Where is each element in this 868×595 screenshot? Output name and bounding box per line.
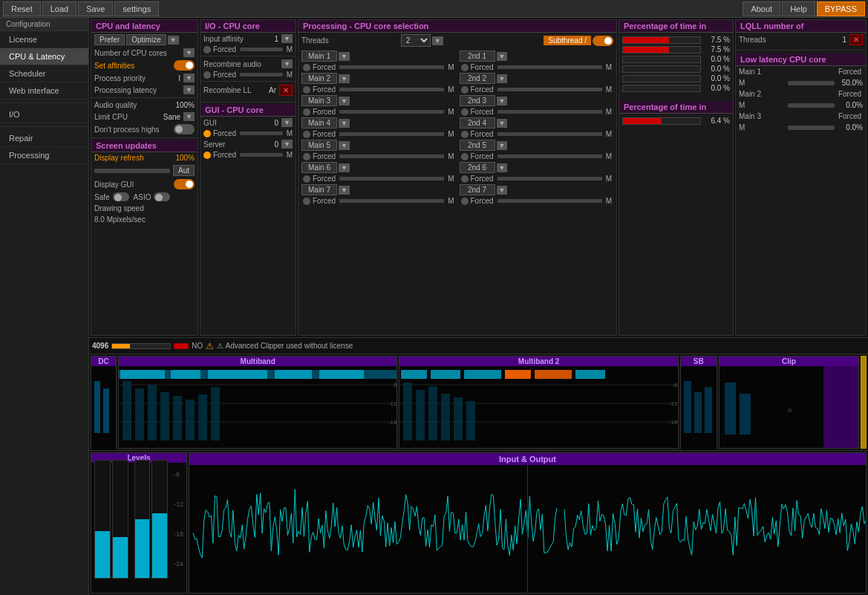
status-num: 4096 bbox=[92, 342, 108, 350]
forced-slider-2[interactable] bbox=[240, 73, 283, 77]
clip-title: Clip bbox=[719, 357, 858, 366]
bypass-button[interactable]: BYPASS bbox=[817, 1, 865, 16]
refresh-slider[interactable] bbox=[94, 169, 170, 173]
io-divider-2 bbox=[200, 81, 296, 82]
main1-btn[interactable]: Main 1 bbox=[301, 51, 337, 62]
main5-slider[interactable] bbox=[339, 155, 444, 158]
main7-forced-label: Forced bbox=[313, 197, 336, 205]
main2-dropdown[interactable]: ▼ bbox=[339, 74, 350, 83]
svg-rect-35 bbox=[416, 390, 425, 440]
sidebar-item-repair[interactable]: Repair bbox=[0, 130, 88, 147]
2nd1-forced: Forced M bbox=[458, 62, 616, 72]
2nd3-slider[interactable] bbox=[497, 110, 602, 114]
lqll-core-2-slider[interactable] bbox=[788, 103, 835, 108]
about-button[interactable]: About bbox=[743, 1, 780, 16]
lqll-core-1-slider[interactable] bbox=[788, 81, 835, 85]
sidebar-item-scheduler[interactable]: Scheduler bbox=[0, 65, 88, 82]
safe-toggle[interactable] bbox=[113, 192, 129, 201]
optimize-dropdown-arrow[interactable]: ▼ bbox=[168, 36, 179, 45]
2nd5-slider[interactable] bbox=[497, 155, 602, 158]
sidebar-item-io[interactable]: I/O bbox=[0, 106, 88, 123]
recombine-ll-x[interactable]: ✕ bbox=[279, 85, 293, 96]
main4-slider[interactable] bbox=[339, 132, 444, 136]
main6-slider[interactable] bbox=[339, 177, 444, 181]
display-refresh-mode-btn[interactable]: Aut bbox=[173, 165, 195, 176]
2nd2-dropdown[interactable]: ▼ bbox=[497, 74, 508, 83]
2nd1-slider[interactable] bbox=[497, 65, 602, 69]
set-affinities-toggle[interactable] bbox=[174, 60, 195, 71]
2nd4-slider[interactable] bbox=[497, 132, 602, 136]
main5-dropdown[interactable]: ▼ bbox=[339, 141, 350, 150]
process-priority-dropdown[interactable]: ▼ bbox=[183, 74, 195, 82]
main3-slider[interactable] bbox=[339, 110, 444, 114]
lqll-core-3-slider[interactable] bbox=[788, 126, 835, 130]
load-button[interactable]: Load bbox=[42, 1, 76, 16]
sidebar-item-web-interface[interactable]: Web interface bbox=[0, 82, 88, 100]
sidebar: Configuration License CPU & Latency Sche… bbox=[0, 18, 89, 595]
gui-dropdown[interactable]: ▼ bbox=[281, 118, 293, 127]
level-fill-1 bbox=[95, 531, 110, 578]
processing-latency-dropdown[interactable]: ▼ bbox=[183, 85, 195, 94]
2nd7-btn[interactable]: 2nd 7 bbox=[460, 184, 495, 195]
pct-bar-bg-1 bbox=[622, 36, 701, 44]
main3-btn[interactable]: Main 3 bbox=[301, 95, 337, 106]
main2-btn[interactable]: Main 2 bbox=[301, 73, 337, 84]
2nd3-btn[interactable]: 2nd 3 bbox=[460, 95, 495, 106]
num-cpu-dropdown[interactable]: ▼ bbox=[183, 48, 195, 57]
main3-dropdown[interactable]: ▼ bbox=[339, 97, 350, 105]
limit-cpu-dropdown[interactable]: ▼ bbox=[183, 112, 195, 121]
2nd1-btn[interactable]: 2nd 1 bbox=[460, 51, 495, 62]
optimize-button[interactable]: Optimize bbox=[126, 34, 166, 45]
svg-text:-6: -6 bbox=[786, 407, 792, 414]
main6-btn[interactable]: Main 6 bbox=[301, 162, 337, 173]
main7-slider[interactable] bbox=[339, 199, 444, 203]
gui-forced-slider[interactable] bbox=[240, 131, 283, 135]
2nd6-slider[interactable] bbox=[497, 177, 602, 181]
reset-button[interactable]: Reset bbox=[3, 1, 41, 16]
forced-slider-1[interactable] bbox=[240, 48, 283, 51]
main1-slider[interactable] bbox=[339, 65, 444, 69]
2nd5-btn[interactable]: 2nd 5 bbox=[460, 140, 495, 151]
server-forced-slider[interactable] bbox=[240, 153, 283, 157]
help-button[interactable]: Help bbox=[782, 1, 815, 16]
settings-button[interactable]: settings bbox=[114, 1, 159, 16]
2nd5-dropdown[interactable]: ▼ bbox=[497, 141, 508, 150]
2nd7-dropdown[interactable]: ▼ bbox=[497, 186, 508, 195]
display-gui-toggle[interactable] bbox=[174, 179, 195, 189]
sidebar-item-license[interactable]: License bbox=[0, 31, 88, 48]
server-dropdown[interactable]: ▼ bbox=[281, 140, 293, 149]
2nd4-btn[interactable]: 2nd 4 bbox=[460, 117, 495, 129]
sidebar-item-processing[interactable]: Processing bbox=[0, 147, 88, 164]
main7-btn[interactable]: Main 7 bbox=[301, 184, 337, 195]
threads-dropdown-arrow[interactable]: ▼ bbox=[432, 36, 443, 45]
main2-slider[interactable] bbox=[339, 88, 444, 91]
asio-toggle[interactable] bbox=[154, 192, 170, 201]
2nd1-dropdown[interactable]: ▼ bbox=[497, 52, 508, 61]
main7-dropdown[interactable]: ▼ bbox=[339, 186, 350, 195]
2nd2-btn[interactable]: 2nd 2 bbox=[460, 73, 495, 84]
prefer-button[interactable]: Prefer bbox=[94, 34, 125, 45]
recombine-dropdown[interactable]: ▼ bbox=[281, 59, 293, 68]
main1-dropdown[interactable]: ▼ bbox=[339, 52, 350, 61]
audio-quality-label: Audio quality bbox=[94, 101, 174, 109]
subthread-button[interactable]: Subthread / bbox=[544, 36, 591, 45]
sidebar-item-cpu-latency[interactable]: CPU & Latency bbox=[0, 48, 88, 65]
2nd6-dropdown[interactable]: ▼ bbox=[497, 163, 508, 172]
input-affinity-dropdown[interactable]: ▼ bbox=[281, 34, 293, 43]
2nd6-btn[interactable]: 2nd 6 bbox=[460, 162, 495, 173]
save-button[interactable]: Save bbox=[78, 1, 113, 16]
main5-btn[interactable]: Main 5 bbox=[301, 140, 337, 151]
2nd4-dropdown[interactable]: ▼ bbox=[497, 119, 508, 128]
dont-process-highs-toggle[interactable] bbox=[174, 124, 195, 134]
main4-dropdown[interactable]: ▼ bbox=[339, 119, 350, 128]
threads-select[interactable]: 2134 bbox=[401, 34, 431, 47]
2nd3-dropdown[interactable]: ▼ bbox=[497, 97, 508, 105]
subthread-toggle[interactable] bbox=[593, 36, 613, 46]
2nd7-slider[interactable] bbox=[497, 199, 602, 203]
2nd2-slider[interactable] bbox=[497, 88, 602, 91]
clip-panel: Clip -6 bbox=[719, 356, 859, 449]
main4-btn[interactable]: Main 4 bbox=[301, 117, 337, 129]
recombine-ll-label: Recombine LL bbox=[203, 86, 267, 94]
main6-dropdown[interactable]: ▼ bbox=[339, 163, 350, 172]
lqll-x-btn[interactable]: ✕ bbox=[849, 34, 863, 45]
